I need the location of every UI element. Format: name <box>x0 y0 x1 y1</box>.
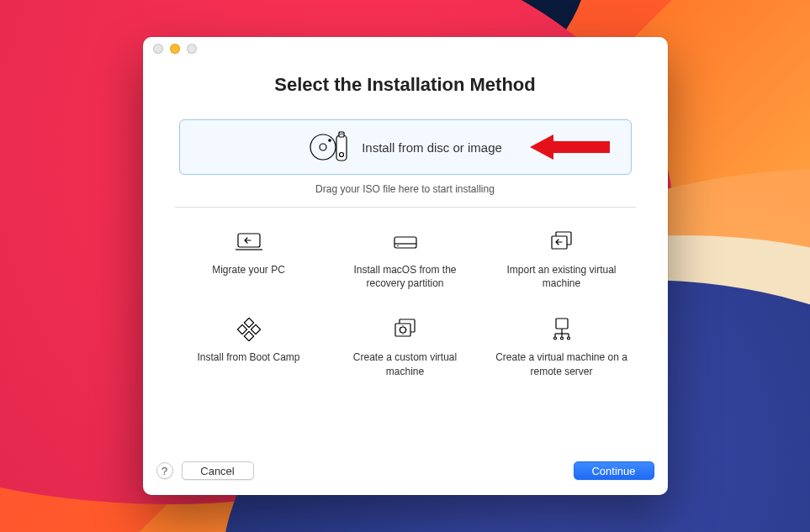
svg-point-2 <box>329 140 331 141</box>
svg-rect-4 <box>339 132 344 137</box>
close-icon[interactable] <box>153 44 163 54</box>
disc-usb-icon <box>308 130 350 164</box>
help-button[interactable]: ? <box>156 462 173 479</box>
minimize-icon[interactable] <box>170 44 180 54</box>
install-macos-recovery-option[interactable]: Install macOS from the recovery partitio… <box>331 229 479 290</box>
install-macos-recovery-label: Install macOS from the recovery partitio… <box>334 263 477 290</box>
remote-server-icon <box>550 317 574 342</box>
migrate-pc-icon <box>236 229 262 255</box>
svg-marker-8 <box>530 134 610 160</box>
svg-point-31 <box>567 337 569 340</box>
import-vm-label: Import an existing virtual machine <box>490 263 633 290</box>
maximize-icon[interactable] <box>187 44 197 54</box>
hard-drive-icon <box>393 229 418 255</box>
install-bootcamp-option[interactable]: Install from Boot Camp <box>175 317 323 377</box>
installer-window: Select the Installation Method Install f… <box>143 37 668 495</box>
titlebar <box>143 37 668 61</box>
install-from-disc-label: Install from disc or image <box>362 140 502 155</box>
create-custom-vm-option[interactable]: Create a custom virtual machine <box>331 317 479 377</box>
create-remote-vm-option[interactable]: Create a virtual machine on a remote ser… <box>488 317 636 377</box>
migrate-pc-label: Migrate your PC <box>212 263 285 277</box>
continue-button[interactable]: Continue <box>574 461 654 480</box>
svg-rect-18 <box>237 325 246 334</box>
options-grid: Migrate your PC Install macOS from the r… <box>175 229 636 378</box>
install-from-disc-option[interactable]: Install from disc or image <box>179 119 632 175</box>
svg-rect-16 <box>244 319 253 328</box>
page-title: Select the Installation Method <box>274 74 535 96</box>
install-bootcamp-label: Install from Boot Camp <box>197 350 299 364</box>
separator <box>175 207 636 208</box>
svg-point-29 <box>553 337 556 340</box>
cancel-button[interactable]: Cancel <box>182 461 254 480</box>
custom-vm-icon <box>392 317 419 342</box>
svg-rect-5 <box>341 134 341 135</box>
import-vm-option[interactable]: Import an existing virtual machine <box>488 229 636 290</box>
create-custom-vm-label: Create a custom virtual machine <box>334 350 477 377</box>
migrate-pc-option[interactable]: Migrate your PC <box>175 229 323 290</box>
footer: ? Cancel Continue <box>143 455 668 495</box>
annotation-arrow-icon <box>530 130 614 164</box>
svg-rect-6 <box>342 134 343 135</box>
create-remote-vm-label: Create a virtual machine on a remote ser… <box>490 350 633 377</box>
svg-point-30 <box>560 337 563 340</box>
svg-rect-19 <box>251 325 260 334</box>
svg-point-13 <box>397 245 399 247</box>
drag-hint: Drag your ISO file here to start install… <box>315 183 495 195</box>
import-vm-icon <box>548 229 575 255</box>
content-area: Select the Installation Method Install f… <box>143 61 668 455</box>
bootcamp-icon <box>237 317 261 342</box>
svg-rect-23 <box>556 319 568 329</box>
svg-rect-17 <box>244 332 253 341</box>
svg-point-0 <box>310 134 336 160</box>
svg-point-1 <box>320 144 326 150</box>
